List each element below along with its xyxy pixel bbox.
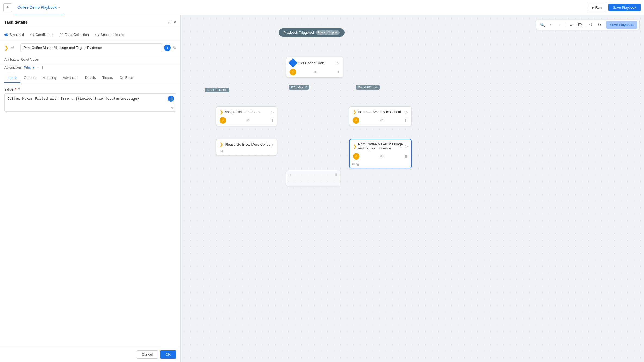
- value-textarea[interactable]: Coffee Maker Failed with Error: ${incide…: [4, 93, 176, 112]
- canvas-save-button[interactable]: Save Playbook: [606, 21, 637, 29]
- skip-icon[interactable]: ▷: [271, 142, 274, 147]
- radio-conditional[interactable]: Conditional: [30, 33, 53, 37]
- node-run-icon: ⚡: [353, 117, 359, 124]
- node-increase-severity[interactable]: ❯ Increase Severity to Critical ▷ ⚡ #5 ⏸: [349, 106, 412, 126]
- partial-pause-icon[interactable]: ⏸: [334, 173, 338, 177]
- pause-icon[interactable]: ⏸: [404, 154, 408, 158]
- zoom-out-button[interactable]: −: [556, 21, 564, 29]
- node-num: #1: [314, 70, 318, 74]
- tab-outputs[interactable]: Outputs: [20, 73, 39, 83]
- tab-label: Coffee Demo Playbook: [17, 5, 57, 10]
- undo-button[interactable]: ↺: [587, 21, 595, 29]
- canvas-toolbar: 🔍 ← − ≡ 🖼 ↺ ↻ Save Playbook: [536, 20, 640, 30]
- task-name-row: ❯ #6 i ✎: [0, 40, 180, 55]
- trigger-label: Playbook Triggered: [283, 30, 314, 35]
- node-partial: ▷ ⏸: [286, 170, 340, 186]
- panel-title: Task details: [4, 20, 27, 24]
- add-tab-button[interactable]: +: [3, 3, 12, 12]
- tab-close-icon[interactable]: ×: [58, 5, 60, 9]
- redo-button[interactable]: ↻: [596, 21, 603, 29]
- node-num: #3: [246, 119, 249, 122]
- canvas-area: 🔍 ← − ≡ 🖼 ↺ ↻ Save Playbook: [181, 15, 644, 362]
- node-num: #5: [380, 119, 383, 122]
- task-edit-icon[interactable]: ✎: [173, 46, 176, 50]
- coffee-done-label: COFFEE DONE: [205, 88, 229, 92]
- ok-button[interactable]: OK: [160, 350, 176, 359]
- tab-advanced[interactable]: Advanced: [60, 73, 82, 83]
- tab-details[interactable]: Details: [82, 73, 99, 83]
- automation-info-icon[interactable]: ℹ: [42, 65, 43, 70]
- node-num: #6: [380, 155, 383, 158]
- skip-icon[interactable]: ▷: [337, 61, 340, 65]
- tab-inputs[interactable]: Inputs: [4, 73, 20, 83]
- align-button[interactable]: ≡: [567, 21, 575, 29]
- pause-icon[interactable]: ⏸: [270, 118, 274, 123]
- node-title: Print Coffee Maker Message and Tag as Ev…: [358, 142, 405, 150]
- value-textarea-wrapper: Coffee Maker Failed with Error: ${incide…: [4, 93, 176, 113]
- task-arrow-icon: ❯: [220, 142, 223, 147]
- task-tabs: Inputs Outputs Mapping Advanced Details …: [0, 73, 180, 83]
- partial-skip-icon[interactable]: ▷: [289, 173, 292, 177]
- save-playbook-button[interactable]: Save Playbook: [608, 4, 641, 11]
- radio-section-header[interactable]: Section Header: [95, 33, 125, 37]
- connector-svg: [181, 15, 262, 56]
- delete-node-icon[interactable]: 🗑: [356, 162, 359, 166]
- cancel-button[interactable]: Cancel: [137, 350, 158, 359]
- node-run-icon: ⚡: [290, 69, 296, 75]
- task-arrow-icon: ❯: [353, 109, 356, 114]
- zoom-in-button[interactable]: 🔍: [539, 21, 546, 29]
- playbook-tab[interactable]: Coffee Demo Playbook ×: [14, 0, 63, 15]
- pause-icon[interactable]: ⏸: [336, 70, 340, 74]
- diamond-icon: [288, 58, 298, 67]
- skip-icon[interactable]: ▷: [405, 144, 408, 148]
- node-title: Please Go Brew More Coffee: [225, 142, 271, 146]
- node-title: Get Coffee Code: [298, 61, 337, 65]
- textarea-edit-icon[interactable]: ✎: [171, 106, 174, 110]
- radio-standard[interactable]: Standard: [4, 33, 24, 37]
- task-arrow-icon: ❯: [353, 144, 357, 149]
- node-get-coffee-code[interactable]: Get Coffee Code ▷ ⚡ #1 ⏸: [286, 57, 343, 78]
- automation-dropdown-icon[interactable]: ▾: [33, 66, 35, 70]
- panel-header-icons: ⤢ ×: [167, 20, 176, 25]
- pot-empty-label: POT EMPTY: [289, 85, 309, 90]
- copy-node-icon[interactable]: ⧉: [352, 162, 355, 166]
- task-details-panel: Task details ⤢ × Standard Conditional Da…: [0, 15, 181, 362]
- value-field-label: value * ?: [4, 87, 176, 91]
- flow-container: Playbook Triggered Inputs / Outputs COFF…: [181, 15, 644, 362]
- image-button[interactable]: 🖼: [576, 21, 583, 29]
- node-run-icon: ⚡: [353, 153, 359, 160]
- tab-mapping[interactable]: Mapping: [39, 73, 60, 83]
- expand-icon[interactable]: ⤢: [167, 20, 171, 25]
- pan-button[interactable]: ←: [547, 21, 555, 29]
- inputs-section: value * ? Coffee Maker Failed with Error…: [0, 83, 180, 347]
- node-brew-more-coffee[interactable]: ❯ Please Go Brew More Coffee ▷ #4: [216, 139, 277, 155]
- automation-row: Automation: Print ▾ ✕ ℹ: [0, 64, 180, 73]
- close-panel-button[interactable]: ×: [174, 20, 176, 25]
- node-run-icon: ⚡: [220, 117, 226, 124]
- skip-icon[interactable]: ▷: [271, 110, 274, 114]
- task-expand-arrow[interactable]: ❯: [4, 45, 8, 51]
- attributes-row: Attributes: Quiet Mode: [0, 55, 180, 64]
- automation-clear-icon[interactable]: ✕: [37, 66, 39, 70]
- task-type-radio-group: Standard Conditional Data Collection Sec…: [0, 28, 180, 40]
- task-info-badge[interactable]: i: [164, 45, 171, 51]
- node-assign-ticket[interactable]: ❯ Assign Ticket to Intern ▷ ⚡ #3 ⏸: [216, 106, 277, 126]
- run-button[interactable]: ▶ Run: [587, 4, 606, 11]
- help-icon[interactable]: ?: [18, 87, 20, 91]
- skip-icon[interactable]: ▷: [405, 110, 408, 114]
- node-print-evidence[interactable]: ❯ Print Coffee Maker Message and Tag as …: [349, 139, 412, 168]
- tab-on-error[interactable]: On Error: [116, 73, 136, 83]
- trigger-badge[interactable]: Inputs / Outputs: [316, 30, 340, 35]
- trigger-node[interactable]: Playbook Triggered Inputs / Outputs: [279, 28, 345, 37]
- topbar: + Coffee Demo Playbook × ▶ Run Save Play…: [0, 0, 644, 15]
- attributes-label: Attributes:: [4, 58, 19, 61]
- radio-data-collection[interactable]: Data Collection: [60, 33, 89, 37]
- task-arrow-icon: ❯: [220, 109, 223, 114]
- task-title-input[interactable]: [20, 43, 162, 52]
- node-title: Assign Ticket to Intern: [225, 110, 271, 114]
- automation-link[interactable]: Print: [24, 66, 31, 70]
- pause-icon[interactable]: ⏸: [404, 118, 408, 123]
- malfunction-label: MALFUNCTION: [356, 85, 380, 90]
- tab-timers[interactable]: Timers: [99, 73, 116, 83]
- textarea-variable-badge[interactable]: { }: [168, 96, 174, 102]
